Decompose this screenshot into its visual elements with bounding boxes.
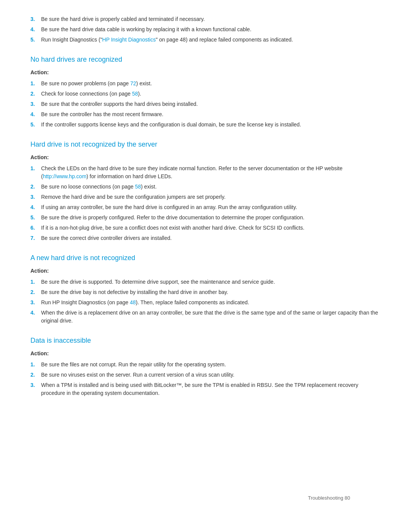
section1-text-5: If the controller supports license keys …: [41, 121, 301, 129]
section2-list: 1. Check the LEDs on the hard drive to b…: [30, 165, 381, 242]
section4-text-1: Be sure the files are not corrupt. Run t…: [41, 361, 226, 369]
section2-item-1: 1. Check the LEDs on the hard drive to b…: [30, 165, 381, 181]
section1-num-2: 2.: [30, 90, 41, 98]
section4-action-label: Action:: [30, 350, 381, 358]
intro-num-5: 5.: [30, 36, 41, 44]
section3-item-3: 3. Run HP Insight Diagnostics (on page 4…: [30, 299, 381, 307]
section2-num-2: 2.: [30, 183, 41, 191]
section2-num-4: 4.: [30, 203, 41, 211]
page58-link-s2[interactable]: 58: [135, 184, 141, 190]
intro-num-4: 4.: [30, 26, 41, 34]
section3-num-1: 1.: [30, 278, 41, 286]
section4-item-2: 2. Be sure no viruses exist on the serve…: [30, 371, 381, 379]
section4-item-1: 1. Be sure the files are not corrupt. Ru…: [30, 361, 381, 369]
section3-title: A new hard drive is not recognized: [30, 253, 381, 263]
section1-item-1: 1. Be sure no power problems (on page 72…: [30, 80, 381, 88]
section3-list: 1. Be sure the drive is supported. To de…: [30, 278, 381, 325]
section1-item-3: 3. Be sure that the controller supports …: [30, 100, 381, 108]
section2-item-5: 5. Be sure the drive is properly configu…: [30, 214, 381, 222]
section2-item-6: 6. If it is a non-hot-plug drive, be sur…: [30, 224, 381, 232]
section3-item-1: 1. Be sure the drive is supported. To de…: [30, 278, 381, 286]
intro-text-3: Be sure the hard drive is properly cable…: [41, 15, 205, 23]
intro-item-5: 5. Run Insight Diagnostics ("HP Insight …: [30, 36, 381, 44]
page72-link[interactable]: 72: [130, 80, 136, 86]
intro-item-3: 3. Be sure the hard drive is properly ca…: [30, 15, 381, 23]
page-footer: Troubleshooting 80: [308, 494, 350, 502]
intro-list: 3. Be sure the hard drive is properly ca…: [30, 15, 381, 44]
section2-num-7: 7.: [30, 234, 41, 242]
intro-num-3: 3.: [30, 15, 41, 23]
section1-num-3: 3.: [30, 100, 41, 108]
section4-num-1: 1.: [30, 361, 41, 369]
section4-item-3: 3. When a TPM is installed and is being …: [30, 381, 381, 397]
section2-item-2: 2. Be sure no loose connections (on page…: [30, 183, 381, 191]
section3-item-2: 2. Be sure the drive bay is not defectiv…: [30, 288, 381, 296]
section1-text-1: Be sure no power problems (on page 72) e…: [41, 80, 152, 88]
section4-text-2: Be sure no viruses exist on the server. …: [41, 371, 234, 379]
section2-num-1: 1.: [30, 165, 41, 181]
section4-num-2: 2.: [30, 371, 41, 379]
section1-num-1: 1.: [30, 80, 41, 88]
hp-insight-link-intro[interactable]: HP Insight Diagnostics: [102, 37, 156, 43]
section1-item-5: 5. If the controller supports license ke…: [30, 121, 381, 129]
section2-text-3: Remove the hard drive and be sure the co…: [41, 193, 226, 201]
section2-item-3: 3. Remove the hard drive and be sure the…: [30, 193, 381, 201]
section2-text-6: If it is a non-hot-plug drive, be sure a…: [41, 224, 304, 232]
section2-item-7: 7. Be sure the correct drive controller …: [30, 234, 381, 242]
section3-num-4: 4.: [30, 309, 41, 325]
section3-num-2: 2.: [30, 288, 41, 296]
section1-text-4: Be sure the controller has the most rece…: [41, 110, 163, 118]
section2-num-6: 6.: [30, 224, 41, 232]
section2-text-4: If using an array controller, be sure th…: [41, 203, 297, 211]
section2-num-5: 5.: [30, 214, 41, 222]
section2-title: Hard drive is not recognized by the serv…: [30, 139, 381, 150]
section2-text-5: Be sure the drive is properly configured…: [41, 214, 304, 222]
section1-num-4: 4.: [30, 110, 41, 118]
hp-website-link[interactable]: http://www.hp.com: [43, 173, 86, 179]
section3-text-3: Run HP Insight Diagnostics (on page 48).…: [41, 299, 249, 307]
section3-num-3: 3.: [30, 299, 41, 307]
page-wrapper: 3. Be sure the hard drive is properly ca…: [30, 15, 381, 517]
section2-text-2: Be sure no loose connections (on page 58…: [41, 183, 157, 191]
section4-list: 1. Be sure the files are not corrupt. Ru…: [30, 361, 381, 397]
intro-text-5: Run Insight Diagnostics ("HP Insight Dia…: [41, 36, 293, 44]
section1-text-2: Check for loose connections (on page 58)…: [41, 90, 141, 98]
section3-text-2: Be sure the drive bay is not defective b…: [41, 288, 228, 296]
section3-item-4: 4. When the drive is a replacement drive…: [30, 309, 381, 325]
section1-action-label: Action:: [30, 69, 381, 77]
section2-action-label: Action:: [30, 153, 381, 161]
section1-text-3: Be sure that the controller supports the…: [41, 100, 198, 108]
section3-action-label: Action:: [30, 267, 381, 275]
section2-text-7: Be sure the correct drive controller dri…: [41, 234, 172, 242]
section1-list: 1. Be sure no power problems (on page 72…: [30, 80, 381, 129]
section4-text-3: When a TPM is installed and is being use…: [41, 381, 381, 397]
section2-text-1: Check the LEDs on the hard drive to be s…: [41, 165, 381, 181]
section1-num-5: 5.: [30, 121, 41, 129]
intro-text-4: Be sure the hard drive data cable is wor…: [41, 26, 252, 34]
section2-num-3: 3.: [30, 193, 41, 201]
section3-text-1: Be sure the drive is supported. To deter…: [41, 278, 275, 286]
section1-item-2: 2. Check for loose connections (on page …: [30, 90, 381, 98]
page58-link-s1[interactable]: 58: [132, 91, 138, 97]
section1-title: No hard drives are recognized: [30, 54, 381, 65]
section2-item-4: 4. If using an array controller, be sure…: [30, 203, 381, 211]
section4-title: Data is inaccessible: [30, 335, 381, 346]
page48-link-s3[interactable]: 48: [130, 299, 136, 305]
section3-text-4: When the drive is a replacement drive on…: [41, 309, 381, 325]
section1-item-4: 4. Be sure the controller has the most r…: [30, 110, 381, 118]
section4-num-3: 3.: [30, 381, 41, 397]
intro-item-4: 4. Be sure the hard drive data cable is …: [30, 26, 381, 34]
